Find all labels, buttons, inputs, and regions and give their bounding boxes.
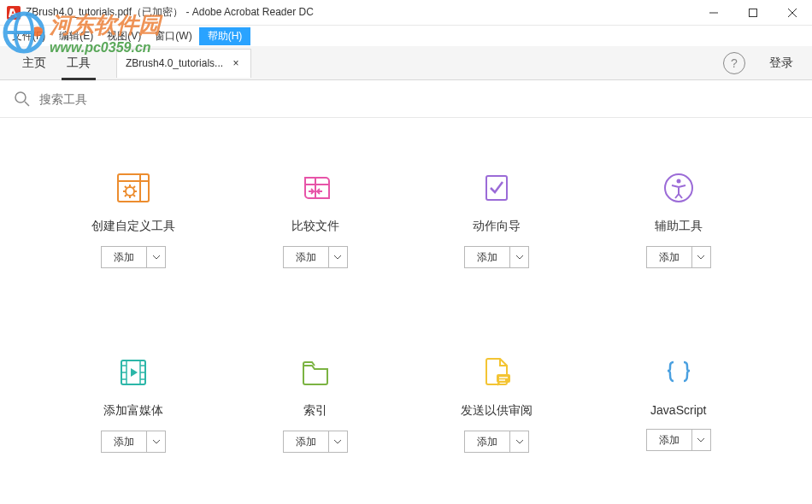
add-label: 添加 xyxy=(102,247,146,267)
tool-javascript: JavaScript 添加 xyxy=(597,354,762,453)
tool-label: 索引 xyxy=(303,403,327,419)
search-icon xyxy=(14,91,31,108)
maximize-button[interactable] xyxy=(733,0,773,26)
add-button[interactable]: 添加 xyxy=(464,431,529,453)
signin-button[interactable]: 登录 xyxy=(762,56,800,71)
gear-icon xyxy=(115,169,152,207)
add-label: 添加 xyxy=(647,247,691,267)
add-button[interactable]: 添加 xyxy=(101,246,166,268)
tools-grid: 创建自定义工具 添加 比较文件 添加 动作向导 添加 辅助工具 添加 添加富媒体 xyxy=(0,118,812,453)
svg-rect-11 xyxy=(486,176,507,200)
tool-create-custom: 创建自定义工具 添加 xyxy=(51,169,216,268)
add-label: 添加 xyxy=(102,431,146,452)
menubar: 文件(F) 编辑(E) 视图(V) 窗口(W) 帮助(H) xyxy=(0,26,812,46)
braces-icon xyxy=(660,354,697,391)
chevron-down-icon[interactable] xyxy=(328,431,347,452)
add-button[interactable]: 添加 xyxy=(646,429,711,451)
tab-home[interactable]: 主页 xyxy=(12,46,56,80)
titlebar: ZBrush4.0_tutorials.pdf（已加密） - Adobe Acr… xyxy=(0,0,812,26)
tool-rich-media: 添加富媒体 添加 xyxy=(51,354,216,453)
menu-edit[interactable]: 编辑(E) xyxy=(52,27,100,45)
tool-accessibility: 辅助工具 添加 xyxy=(597,169,762,268)
chevron-down-icon[interactable] xyxy=(146,431,165,452)
menu-view[interactable]: 视图(V) xyxy=(100,27,148,45)
folder-icon xyxy=(297,354,334,391)
add-button[interactable]: 添加 xyxy=(101,431,166,453)
document-comment-icon xyxy=(478,354,515,391)
accessibility-icon xyxy=(660,169,697,207)
svg-point-5 xyxy=(15,92,26,103)
chevron-down-icon[interactable] xyxy=(146,247,165,267)
close-button[interactable] xyxy=(773,0,812,26)
tool-label: 辅助工具 xyxy=(655,219,703,234)
app-icon xyxy=(7,6,21,20)
menu-file[interactable]: 文件(F) xyxy=(5,27,52,45)
svg-point-13 xyxy=(676,179,680,184)
chevron-down-icon[interactable] xyxy=(328,247,347,267)
tool-action-wizard: 动作向导 添加 xyxy=(415,169,580,268)
add-button[interactable]: 添加 xyxy=(283,431,348,453)
tabbar: 主页 工具 ZBrush4.0_tutorials... × ? 登录 xyxy=(0,46,812,80)
tool-send-review: 发送以供审阅 添加 xyxy=(415,354,580,453)
svg-rect-2 xyxy=(750,9,757,17)
compare-icon xyxy=(297,169,334,207)
svg-line-6 xyxy=(25,102,29,106)
tool-label: 创建自定义工具 xyxy=(91,219,175,234)
menu-help[interactable]: 帮助(H) xyxy=(199,27,251,45)
tool-label: JavaScript xyxy=(650,403,706,417)
svg-point-9 xyxy=(126,187,134,196)
add-label: 添加 xyxy=(465,431,509,452)
add-label: 添加 xyxy=(465,247,509,267)
add-button[interactable]: 添加 xyxy=(646,246,711,268)
tool-label: 发送以供审阅 xyxy=(461,403,533,419)
chevron-down-icon[interactable] xyxy=(691,247,710,267)
tab-document-label: ZBrush4.0_tutorials... xyxy=(126,57,223,69)
chevron-down-icon[interactable] xyxy=(691,430,710,450)
tool-label: 添加富媒体 xyxy=(103,403,163,419)
window-controls xyxy=(694,0,812,25)
add-label: 添加 xyxy=(284,431,328,452)
add-button[interactable]: 添加 xyxy=(464,246,529,268)
help-icon[interactable]: ? xyxy=(723,52,745,74)
checkmark-icon xyxy=(478,169,515,207)
tab-tools[interactable]: 工具 xyxy=(56,46,101,80)
chevron-down-icon[interactable] xyxy=(509,247,528,267)
tab-document[interactable]: ZBrush4.0_tutorials... × xyxy=(116,49,251,78)
chevron-down-icon[interactable] xyxy=(509,431,528,452)
add-label: 添加 xyxy=(284,247,328,267)
searchbar xyxy=(0,80,812,118)
svg-rect-0 xyxy=(7,6,21,20)
menu-window[interactable]: 窗口(W) xyxy=(148,27,198,45)
tool-label: 动作向导 xyxy=(473,219,521,234)
add-button[interactable]: 添加 xyxy=(283,246,348,268)
add-label: 添加 xyxy=(647,430,691,450)
tool-compare: 比较文件 添加 xyxy=(233,169,398,268)
window-title: ZBrush4.0_tutorials.pdf（已加密） - Adobe Acr… xyxy=(26,5,314,20)
search-input[interactable] xyxy=(39,92,798,106)
svg-rect-17 xyxy=(497,374,510,383)
tab-close-icon[interactable]: × xyxy=(230,57,242,69)
minimize-button[interactable] xyxy=(694,0,733,26)
tool-label: 比较文件 xyxy=(291,219,339,234)
film-icon xyxy=(115,354,152,391)
tool-index: 索引 添加 xyxy=(233,354,398,453)
